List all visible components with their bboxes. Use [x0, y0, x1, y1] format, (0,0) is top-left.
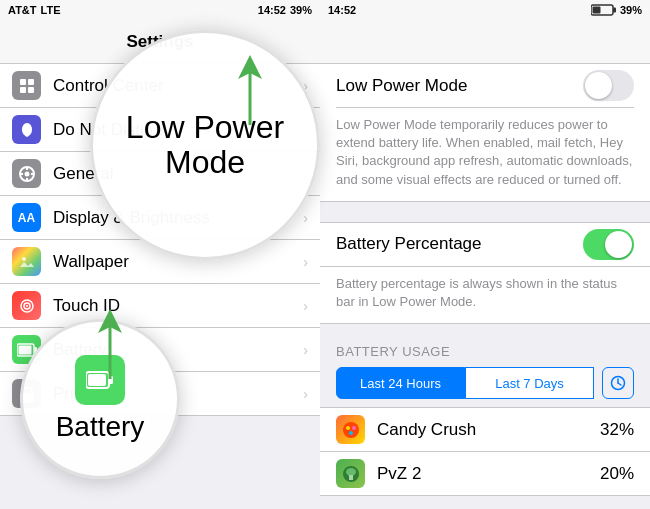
svg-rect-0 [20, 79, 26, 85]
status-right: 14:52 39% [258, 4, 312, 16]
low-power-section: Low Power Mode Low Power Mode temporaril… [320, 64, 650, 202]
svg-point-5 [24, 171, 29, 176]
left-status-bar: AT&T LTE 14:52 39% [0, 0, 320, 20]
toggle-knob [585, 72, 612, 99]
carrier-label: AT&T [8, 4, 37, 16]
svg-point-31 [352, 426, 356, 430]
svg-rect-3 [28, 87, 34, 93]
svg-point-13 [26, 305, 28, 307]
svg-point-34 [346, 468, 356, 476]
svg-point-32 [349, 431, 353, 435]
low-power-row[interactable]: Low Power Mode [336, 64, 634, 108]
battery-percentage-row[interactable]: Battery Percentage [320, 223, 650, 267]
svg-point-29 [343, 422, 359, 438]
battery-arrow [95, 309, 125, 389]
candy-crush-icon [336, 415, 365, 444]
pvz2-icon [336, 459, 365, 488]
battery-percentage-knob [605, 231, 632, 258]
wallpaper-chevron: › [303, 254, 308, 270]
pvz2-percent: 20% [600, 464, 634, 484]
svg-rect-24 [613, 8, 616, 13]
display-chevron: › [303, 210, 308, 226]
right-nav-header [320, 20, 650, 64]
power-arrow [235, 55, 265, 135]
svg-rect-16 [18, 345, 31, 354]
battery-percentage-section: Battery Percentage Battery percentage is… [320, 222, 650, 324]
battery-usage-header: BATTERY USAGE [320, 324, 650, 367]
usage-tabs: Last 24 Hours Last 7 Days [320, 367, 650, 399]
touch-id-chevron: › [303, 298, 308, 314]
battery-percentage-label: Battery Percentage [336, 234, 482, 254]
low-power-label: Low Power Mode [336, 76, 467, 96]
touch-id-icon [12, 291, 41, 320]
battery-chevron: › [303, 342, 308, 358]
battery-percentage-description: Battery percentage is always shown in th… [320, 267, 650, 323]
control-center-icon [12, 71, 41, 100]
privacy-chevron: › [303, 386, 308, 402]
sidebar-item-touch-id[interactable]: Touch ID › [0, 284, 320, 328]
candy-crush-name: Candy Crush [377, 420, 600, 440]
do-not-disturb-icon [12, 115, 41, 144]
right-battery: 39% [620, 4, 642, 16]
low-power-description: Low Power Mode temporarily reduces power… [336, 108, 634, 201]
power-circle-overlay: Low Power Mode [90, 30, 320, 260]
svg-line-28 [618, 383, 621, 385]
clock-icon[interactable] [602, 367, 634, 399]
time-label: 14:52 [258, 4, 286, 16]
general-icon [12, 159, 41, 188]
tab-last-7-days[interactable]: Last 7 Days [465, 367, 594, 399]
power-circle-content: Low Power Mode [93, 90, 317, 200]
right-time: 14:52 [328, 4, 356, 16]
tab-last-24-hours[interactable]: Last 24 Hours [336, 367, 465, 399]
svg-rect-1 [28, 79, 34, 85]
svg-point-10 [22, 257, 26, 261]
right-panel: 14:52 39% Low Power Mode Low Power Mode … [320, 0, 650, 509]
right-status-bar: 14:52 39% [320, 0, 650, 20]
battery-label: 39% [290, 4, 312, 16]
display-icon: AA [12, 203, 41, 232]
battery-percentage-toggle[interactable] [583, 229, 634, 260]
svg-rect-35 [349, 475, 353, 480]
network-label: LTE [41, 4, 61, 16]
power-circle-label: Low Power Mode [113, 110, 297, 180]
pvz2-name: PvZ 2 [377, 464, 600, 484]
touch-id-label: Touch ID [53, 296, 303, 316]
candy-crush-percent: 32% [600, 420, 634, 440]
svg-point-30 [346, 426, 350, 430]
low-power-toggle[interactable] [583, 70, 634, 101]
svg-rect-25 [592, 7, 600, 14]
app-usage-item-pvz2[interactable]: PvZ 2 20% [320, 452, 650, 496]
status-left: AT&T LTE [8, 4, 60, 16]
battery-circle-label: Battery [56, 411, 145, 443]
wallpaper-icon [12, 247, 41, 276]
app-usage-list: Candy Crush 32% PvZ 2 20% [320, 407, 650, 496]
app-usage-item-candy-crush[interactable]: Candy Crush 32% [320, 408, 650, 452]
svg-rect-2 [20, 87, 26, 93]
battery-usage-section: BATTERY USAGE Last 24 Hours Last 7 Days [320, 324, 650, 496]
settings-panel: AT&T LTE 14:52 39% Settings Control Cent… [0, 0, 320, 509]
